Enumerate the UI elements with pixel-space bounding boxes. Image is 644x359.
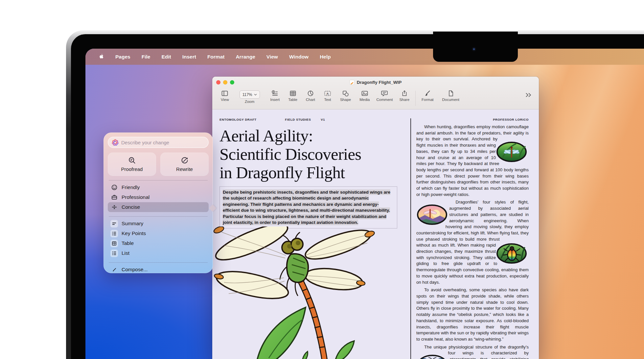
input-placeholder: Describe your change [121,140,169,145]
pages-doc-icon [350,80,355,85]
transform-summary[interactable]: Summary [108,219,209,228]
tone-friendly[interactable]: Friendly [108,182,209,192]
selected-paragraph-box[interactable]: Despite being prehistoric insects, drago… [219,186,397,228]
toolbar-format-button[interactable]: Format [422,90,433,102]
sidebar-view-icon [221,90,228,97]
shape-icon [342,90,349,97]
masthead-version: V1 [321,118,325,121]
document-page[interactable]: ENTOMOLOGY DRAFT FIELD STUDIES V1 Aerial… [212,110,539,359]
dragonfly-green-oval-image[interactable] [496,124,529,163]
masthead-studies: FIELD STUDIES [285,118,311,121]
rewrite-circle-pencil-icon [181,156,189,164]
column-rule [410,118,411,359]
popup-divider [109,262,208,263]
toolbar-zoom-control[interactable]: 117% Zoom [240,90,260,104]
title-bar: Dragonfly Flight_WIP [212,77,539,88]
toolbar-overflow-button[interactable] [525,93,532,99]
window-chrome: Dragonfly Flight_WIP View 117% Zoom [212,77,539,109]
dragonfly-illustration[interactable] [213,227,408,359]
table-icon [289,90,296,97]
table-grid-icon [110,240,118,247]
key-points-list-icon [110,230,118,237]
list-dashes-icon [110,250,118,257]
professional-briefcase-icon [110,194,118,201]
tone-professional[interactable]: Professional [108,192,209,202]
menu-bar: Pages File Edit Insert Format Arrange Vi… [85,49,644,65]
friendly-smiley-icon [110,184,118,191]
toolbar-document-button[interactable]: Document [442,90,459,102]
transform-list[interactable]: List [108,248,209,258]
apple-logo-icon[interactable] [99,54,104,60]
paragraph-1[interactable]: When hunting, dragonflies employ motion … [416,124,529,198]
paragraph-3[interactable]: To avoid overheating, some species also … [416,287,529,342]
menu-item-help[interactable]: Help [320,54,331,60]
toolbar: View 117% Zoom Insert [212,88,539,109]
concise-compress-icon [110,203,118,211]
document-title[interactable]: Aerial Agility: Scientific Discoveries i… [219,127,397,182]
tone-concise[interactable]: Concise [108,202,209,212]
menu-item-insert[interactable]: Insert [182,54,196,60]
blue-butterfly-oval-image[interactable] [416,344,450,359]
left-column: ENTOMOLOGY DRAFT FIELD STUDIES V1 Aerial… [219,118,397,228]
toolbar-media-button[interactable]: Media [359,90,370,102]
comment-bubble-icon [381,90,388,97]
menu-item-file[interactable]: File [142,54,150,60]
popup-divider [109,180,208,180]
webcam-icon [472,47,476,51]
document-page-icon [448,90,454,97]
masthead-draft: ENTOMOLOGY DRAFT [219,118,257,121]
compose-item[interactable]: Compose... [108,265,209,275]
pages-window: Dragonfly Flight_WIP View 117% Zoom [212,77,539,359]
paragraph-2[interactable]: Dragonflies' four styles of flight, augm… [416,199,529,285]
toolbar-comment-button[interactable]: Comment [377,90,393,102]
toolbar-table-button[interactable]: Table [288,90,297,102]
transform-table[interactable]: Table [108,238,209,248]
chevron-down-icon [254,94,257,96]
overflow-chevrons-icon [525,93,532,97]
toolbar-shape-button[interactable]: Shape [340,90,351,102]
popup-divider [109,216,208,217]
toolbar-text-button[interactable]: A Text [324,90,332,102]
window-title: Dragonfly Flight_WIP [350,80,402,85]
text-box-icon: A [324,90,332,97]
compose-pencil-icon [110,266,118,274]
apple-intelligence-icon [112,139,119,146]
menu-item-view[interactable]: View [266,54,278,60]
writing-tools-popup: Describe your change Proofread [104,132,213,273]
zoom-window-button[interactable] [230,80,234,84]
display: Pages File Edit Insert Format Arrange Vi… [85,49,644,359]
macbook-frame: Pages File Edit Insert Format Arrange Vi… [0,0,644,359]
menu-item-format[interactable]: Format [207,54,225,60]
close-button[interactable] [216,80,220,84]
proofread-magnifier-icon [128,156,136,164]
dragonfly-sunset-oval-image[interactable] [416,199,449,226]
transform-key-points[interactable]: Key Points [108,228,209,238]
paragraph-4[interactable]: The unique physiological structure of th… [416,344,529,359]
svg-text:A: A [326,92,329,95]
menu-item-pages[interactable]: Pages [115,54,130,60]
toolbar-view-button[interactable]: View [221,90,229,102]
media-photo-icon [361,90,368,97]
masthead: ENTOMOLOGY DRAFT FIELD STUDIES V1 [219,118,397,121]
summary-lines-icon [110,220,118,227]
selected-intro-text[interactable]: Despite being prehistoric insects, drago… [223,189,390,225]
toolbar-share-button[interactable]: Share [399,90,409,102]
format-brush-icon [424,90,431,97]
menu-item-edit[interactable]: Edit [161,54,171,60]
toolbar-insert-button[interactable]: Insert [270,90,280,102]
toolbar-chart-button[interactable]: Chart [306,90,315,102]
menu-item-window[interactable]: Window [289,54,309,60]
chart-pie-icon [307,90,314,97]
camera-notch [433,32,518,62]
menu-item-arrange[interactable]: Arrange [236,54,255,60]
minimize-button[interactable] [223,80,227,84]
insert-icon [271,90,279,97]
describe-change-input[interactable]: Describe your change [108,137,209,148]
rainbow-beetle-oval-image[interactable] [496,199,529,264]
rewrite-button[interactable]: Rewrite [160,153,209,176]
proofread-button[interactable]: Proofread [108,153,156,176]
share-icon [401,90,408,97]
masthead-author: PROFESSOR LORICO [416,118,529,121]
toolbar-divider [415,91,416,106]
right-column[interactable]: PROFESSOR LORICO [416,118,529,359]
